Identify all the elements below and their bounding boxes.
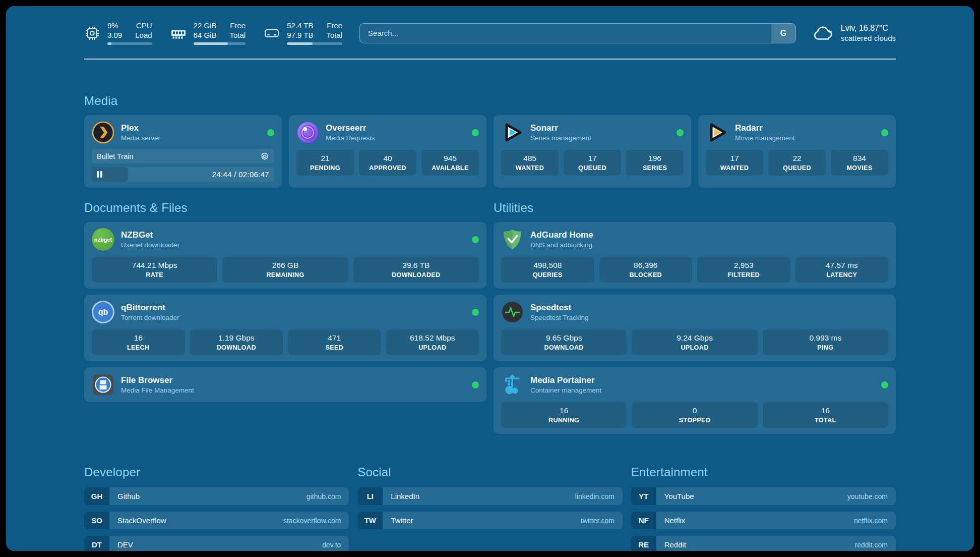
player-row: 24:44 / 02:06:47 — [92, 167, 274, 182]
pause-button[interactable] — [97, 171, 102, 178]
link-abbr: NF — [631, 512, 656, 529]
app-card-nzbget[interactable]: nzbget NZBGet Usenet downloader 744.21 M… — [84, 222, 486, 289]
disk-label-2: Total — [326, 31, 342, 40]
app-name: Speedtest — [530, 302, 589, 313]
app-subtitle: Torrent downloader — [121, 313, 179, 322]
cpu-usage-value: 9% — [107, 21, 122, 31]
link-abbr: GH — [84, 487, 109, 505]
section-title-utilities: Utilities — [494, 201, 896, 215]
link-domain: stackoverflow.com — [283, 517, 341, 525]
link-abbr: DT — [84, 536, 109, 551]
status-dot — [472, 381, 479, 388]
section-title-media: Media — [84, 94, 896, 108]
section-developer: Developer GH Github github.com SO StackO… — [84, 465, 349, 551]
link-dev[interactable]: DT DEV dev.to — [84, 536, 349, 551]
disk-progress-bar — [287, 42, 342, 45]
weather-condition: scattered clouds — [841, 33, 896, 43]
app-card-portainer[interactable]: Media Portainer Container management 16 … — [494, 367, 896, 434]
stat-total: 16 TOTAL — [763, 402, 888, 428]
weather-widget: Lviv, 16.87°C scattered clouds — [813, 23, 896, 43]
link-stackoverflow[interactable]: SO StackOverflow stackoverflow.com — [84, 512, 349, 529]
memory-total-value: 64 GiB — [194, 31, 217, 40]
dashboard-panel: 9% CPU 3.09 Load — [6, 6, 974, 551]
search-engine-button[interactable]: G — [771, 24, 795, 43]
now-playing-row: Bullet Train — [92, 149, 274, 163]
radarr-logo-icon — [706, 121, 728, 144]
status-dot — [472, 309, 479, 316]
qbittorrent-logo-icon: qb — [92, 301, 114, 323]
stat-series: 196 SERIES — [626, 150, 684, 176]
status-dot — [881, 129, 888, 136]
cpu-label-2: Load — [135, 31, 152, 40]
link-youtube[interactable]: YT YouTube youtube.com — [631, 487, 896, 505]
cpu-widget: 9% CPU 3.09 Load — [84, 21, 152, 45]
app-card-qbittorrent[interactable]: qb qBittorrent Torrent downloader 16 LEE… — [84, 295, 486, 361]
status-dot — [267, 129, 274, 136]
sonarr-logo-icon — [501, 121, 524, 144]
app-name: NZBGet — [121, 230, 179, 241]
memory-ram-icon — [170, 25, 187, 41]
link-name: DEV — [117, 540, 133, 549]
link-name: Twitter — [391, 516, 413, 525]
hard-drive-icon — [264, 25, 280, 41]
stat-leech: 16 LEECH — [92, 329, 185, 355]
link-abbr: RE — [631, 536, 656, 551]
app-card-filebrowser[interactable]: File Browser Media File Management — [84, 367, 486, 402]
section-documents: Documents & Files nzbget NZBGet Usenet d… — [84, 201, 486, 440]
link-domain: twitter.com — [581, 517, 615, 525]
link-name: Reddit — [664, 540, 686, 549]
app-card-sonarr[interactable]: Sonarr Series management 485 WANTED 17 Q… — [494, 115, 691, 188]
search-input[interactable] — [360, 24, 771, 43]
nzbget-logo-icon: nzbget — [92, 228, 114, 251]
stat-pending: 21 PENDING — [296, 150, 354, 176]
app-subtitle: Speedtest Tracking — [530, 313, 589, 322]
memory-label-2: Total — [229, 31, 246, 40]
link-reddit[interactable]: RE Reddit reddit.com — [631, 536, 896, 551]
memory-label-1: Free — [229, 21, 246, 31]
stat-latency: 47.57 ms LATENCY — [795, 257, 889, 283]
app-subtitle: Series management — [530, 134, 591, 142]
stat-running: 16 RUNNING — [501, 402, 627, 428]
app-card-radarr[interactable]: Radarr Movie management 17 WANTED 22 QUE… — [698, 115, 896, 188]
topbar-divider — [84, 59, 896, 60]
cpu-load-value: 3.09 — [107, 31, 122, 40]
link-domain: netflix.com — [854, 517, 888, 525]
app-card-overseerr[interactable]: Overseerr Media Requests 21 PENDING 40 A… — [289, 115, 486, 188]
link-domain: github.com — [307, 492, 341, 500]
app-subtitle: Usenet downloader — [121, 241, 179, 249]
stat-seed: 471 SEED — [288, 329, 381, 355]
disk-label-1: Free — [326, 21, 342, 31]
gear-icon[interactable] — [260, 152, 269, 161]
app-card-plex[interactable]: Plex Media server Bullet Train 24:44 / 0 — [84, 115, 282, 188]
app-card-adguard[interactable]: AdGuard Home DNS and adblocking 498,508 … — [494, 222, 896, 289]
stat-blocked: 86,396 BLOCKED — [599, 257, 693, 283]
link-abbr: LI — [357, 487, 383, 505]
link-name: Netflix — [664, 516, 686, 525]
system-stats: 9% CPU 3.09 Load — [84, 21, 342, 45]
stat-download: 9.65 Gbps DOWNLOAD — [501, 329, 627, 355]
now-playing-title: Bullet Train — [97, 152, 134, 160]
link-netflix[interactable]: NF Netflix netflix.com — [631, 512, 896, 529]
link-domain: reddit.com — [855, 541, 888, 549]
link-name: YouTube — [664, 492, 694, 500]
stat-stopped: 0 STOPPED — [632, 402, 757, 428]
link-linkedin[interactable]: LI LinkedIn linkedin.com — [357, 487, 622, 505]
section-title-developer: Developer — [84, 465, 349, 479]
app-name: Sonarr — [530, 123, 591, 134]
overseerr-logo-icon — [296, 121, 319, 144]
stat-downloaded: 39.6 TB DOWNLOADED — [353, 257, 479, 283]
link-twitter[interactable]: TW Twitter twitter.com — [357, 512, 622, 529]
app-card-speedtest[interactable]: Speedtest Speedtest Tracking 9.65 Gbps D… — [494, 295, 896, 361]
section-entertainment: Entertainment YT YouTube youtube.com NF … — [631, 465, 896, 551]
memory-free-value: 22 GiB — [194, 21, 217, 31]
section-utilities: Utilities AdGuard Home DNS and adblockin… — [494, 201, 896, 440]
link-github[interactable]: GH Github github.com — [84, 487, 349, 505]
stat-movies: 834 MOVIES — [831, 150, 888, 176]
stat-download: 1.19 Gbps DOWNLOAD — [190, 329, 283, 355]
memory-widget: 22 GiB Free 64 GiB Total — [170, 21, 246, 45]
app-subtitle: Media File Management — [121, 386, 194, 395]
app-subtitle: Container management — [530, 386, 601, 395]
stat-rate: 744.21 Mbps RATE — [92, 257, 217, 283]
disk-free-value: 52.4 TB — [287, 21, 313, 31]
status-dot — [472, 129, 479, 136]
